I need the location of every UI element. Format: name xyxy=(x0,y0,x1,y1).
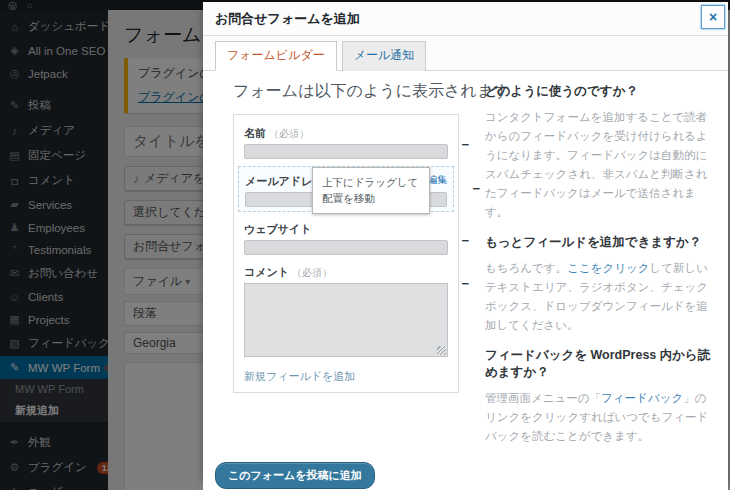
help-question-2: もっとフィールドを追加できますか？ xyxy=(485,234,717,251)
field-name: 名前（必須） − xyxy=(244,123,448,159)
add-form-to-post-button[interactable]: このフォームを投稿に追加 xyxy=(215,462,375,489)
field-name-input[interactable] xyxy=(244,144,448,159)
drag-tooltip-line1: 上下にドラッグして xyxy=(322,174,420,190)
add-contact-form-modal: お問合せフォームを追加 × フォームビルダー メール通知 フォームは以下のように… xyxy=(203,2,728,478)
form-preview-box: 名前（必須） − メールアドレス（必須） 編集 − xyxy=(233,114,459,393)
wordpress-admin-screen: Ⓦ ⌂ ⌂ダッシュボード ◈All in One SEO ◎Jetpack ✎投… xyxy=(0,0,730,490)
tab-mail-notification[interactable]: メール通知 xyxy=(342,41,427,71)
drag-tooltip: 上下にドラッグして 配置を移動 xyxy=(312,167,430,214)
field-comment-textarea[interactable] xyxy=(244,283,448,357)
modal-tabs: フォームビルダー メール通知 xyxy=(203,36,728,71)
drag-tooltip-line2: 配置を移動 xyxy=(322,190,420,206)
click-here-link[interactable]: ここをクリック xyxy=(567,262,649,274)
form-preview-column: フォームは以下のように表示されます 名前（必須） − メールアドレス（必須） 編… xyxy=(233,73,459,450)
form-submit-row: このフォームを投稿に追加 xyxy=(215,462,712,489)
remove-field-button[interactable]: − xyxy=(461,138,469,151)
form-preview-heading: フォームは以下のように表示されます xyxy=(233,81,459,102)
add-new-field-link[interactable]: 新規フィールドを追加 xyxy=(244,369,355,384)
modal-title: お問合せフォームを追加 xyxy=(215,11,360,26)
help-answer-1: コンタクトフォームを追加することで読者からのフィードバックを受け付けられるように… xyxy=(485,108,717,222)
field-name-label: 名前 xyxy=(244,127,266,139)
help-column: どのように使うのですか？ コンタクトフォームを追加することで読者からのフィードバ… xyxy=(485,73,717,450)
remove-field-button[interactable]: − xyxy=(461,277,469,290)
required-badge: （必須） xyxy=(292,267,332,278)
field-comment-label: コメント xyxy=(244,266,289,278)
required-badge: （必須） xyxy=(269,128,309,139)
help-question-3: フィードバックを WordPress 内から読めますか？ xyxy=(485,347,717,381)
field-website-label: ウェブサイト xyxy=(244,223,312,235)
tab-form-builder[interactable]: フォームビルダー xyxy=(215,41,337,71)
field-website: ウェブサイト − xyxy=(244,219,448,255)
resize-handle-icon[interactable] xyxy=(437,346,446,355)
remove-field-button[interactable]: − xyxy=(472,182,480,195)
field-website-input[interactable] xyxy=(244,240,448,255)
help-question-1: どのように使うのですか？ xyxy=(485,83,717,100)
remove-field-button[interactable]: − xyxy=(461,234,469,247)
field-comment: コメント（必須） − xyxy=(244,262,448,357)
close-icon[interactable]: × xyxy=(701,5,725,29)
help-answer-3: 管理画面メニューの「フィードバック」のリンクをクリックすればいつでもフィードバッ… xyxy=(485,389,717,446)
modal-body: フォームは以下のように表示されます 名前（必須） − メールアドレス（必須） 編… xyxy=(203,71,728,490)
modal-header: お問合せフォームを追加 × xyxy=(203,2,728,36)
feedback-menu-link[interactable]: フィードバック xyxy=(601,392,683,404)
help-answer-2: もちろんです。ここをクリックして新しいテキストエリア、ラジオボタン、チェックボッ… xyxy=(485,259,717,335)
